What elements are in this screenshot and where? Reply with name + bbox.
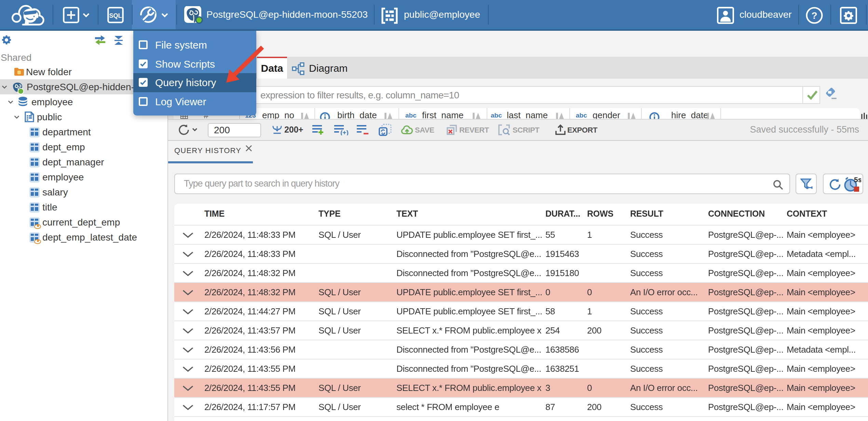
svg-text:(+): (+) [340,129,349,135]
svg-text:?: ? [811,10,817,21]
svg-text:SQL: SQL [109,12,122,19]
svg-text:5s: 5s [854,176,861,183]
